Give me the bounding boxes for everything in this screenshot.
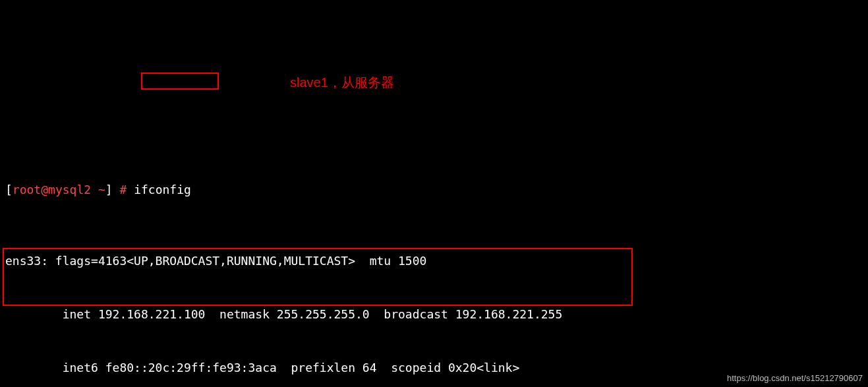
bracket-close: ]	[105, 183, 113, 196]
watermark-text: https://blog.csdn.net/s15212790607	[727, 372, 863, 385]
bracket-open: [	[5, 183, 13, 196]
terminal-window[interactable]: slave1，从服务器 [root@mysql2 ~] # ifconfig e…	[0, 71, 868, 387]
prompt-space1	[91, 183, 98, 196]
prompt-space2	[113, 183, 120, 196]
prompt-user: root	[13, 183, 41, 196]
prompt-path: ~	[98, 183, 105, 196]
command-text: ifconfig	[134, 183, 191, 196]
prompt-space3	[127, 183, 134, 196]
iface1-line2: inet 192.168.221.100 netmask 255.255.255…	[5, 305, 863, 323]
highlight-box-command	[141, 73, 219, 90]
prompt-line[interactable]: [root@mysql2 ~] # ifconfig	[5, 181, 863, 198]
prompt-host: mysql2	[48, 183, 91, 196]
prompt-at: @	[41, 183, 48, 196]
iface1-line1: ens33: flags=4163<UP,BROADCAST,RUNNING,M…	[5, 252, 863, 270]
prompt-hash: #	[119, 183, 127, 196]
annotation-label: slave1，从服务器	[290, 73, 394, 92]
